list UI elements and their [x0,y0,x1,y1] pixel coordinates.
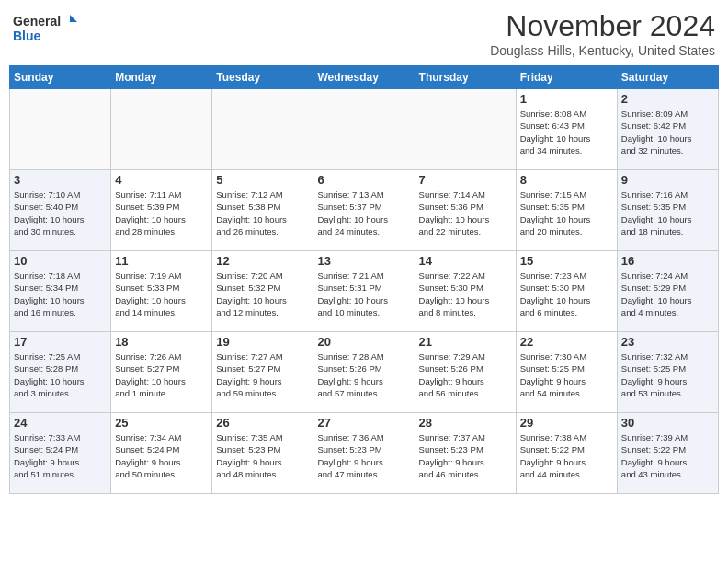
calendar-cell: 12Sunrise: 7:20 AM Sunset: 5:32 PM Dayli… [212,251,313,332]
calendar-cell: 6Sunrise: 7:13 AM Sunset: 5:37 PM Daylig… [313,170,415,251]
col-header-friday: Friday [516,66,617,89]
day-info: Sunrise: 7:20 AM Sunset: 5:32 PM Dayligh… [216,270,309,318]
calendar-cell [212,89,313,170]
calendar-cell: 17Sunrise: 7:25 AM Sunset: 5:28 PM Dayli… [10,332,111,413]
calendar-cell: 4Sunrise: 7:11 AM Sunset: 5:39 PM Daylig… [111,170,212,251]
calendar-table: SundayMondayTuesdayWednesdayThursdayFrid… [9,65,719,494]
day-info: Sunrise: 7:39 AM Sunset: 5:22 PM Dayligh… [621,431,714,480]
col-header-wednesday: Wednesday [313,66,415,89]
calendar-week-4: 17Sunrise: 7:25 AM Sunset: 5:28 PM Dayli… [10,332,719,413]
calendar-week-3: 10Sunrise: 7:18 AM Sunset: 5:34 PM Dayli… [10,251,719,332]
day-number: 24 [14,416,107,430]
day-number: 26 [216,416,309,430]
col-header-saturday: Saturday [617,66,718,89]
calendar-cell: 15Sunrise: 7:23 AM Sunset: 5:30 PM Dayli… [516,251,617,332]
day-info: Sunrise: 7:18 AM Sunset: 5:34 PM Dayligh… [14,270,107,318]
calendar-cell: 1Sunrise: 8:08 AM Sunset: 6:43 PM Daylig… [516,89,617,170]
day-info: Sunrise: 7:34 AM Sunset: 5:24 PM Dayligh… [115,431,208,480]
calendar-cell: 24Sunrise: 7:33 AM Sunset: 5:24 PM Dayli… [10,413,111,494]
day-info: Sunrise: 7:30 AM Sunset: 5:25 PM Dayligh… [520,350,613,399]
day-number: 21 [419,335,512,349]
day-number: 2 [621,92,714,106]
calendar-cell: 23Sunrise: 7:32 AM Sunset: 5:25 PM Dayli… [617,332,718,413]
title-block: November 2024 Douglass Hills, Kentucky, … [490,9,715,58]
calendar-cell: 11Sunrise: 7:19 AM Sunset: 5:33 PM Dayli… [111,251,212,332]
col-header-tuesday: Tuesday [212,66,313,89]
calendar-cell: 7Sunrise: 7:14 AM Sunset: 5:36 PM Daylig… [415,170,516,251]
day-number: 10 [14,254,107,268]
day-info: Sunrise: 7:35 AM Sunset: 5:23 PM Dayligh… [216,431,309,480]
calendar-cell: 9Sunrise: 7:16 AM Sunset: 5:35 PM Daylig… [617,170,718,251]
day-number: 18 [115,335,208,349]
day-info: Sunrise: 8:09 AM Sunset: 6:42 PM Dayligh… [621,108,714,156]
calendar-cell: 10Sunrise: 7:18 AM Sunset: 5:34 PM Dayli… [10,251,111,332]
calendar-cell: 5Sunrise: 7:12 AM Sunset: 5:38 PM Daylig… [212,170,313,251]
day-number: 22 [520,335,613,349]
calendar-cell: 18Sunrise: 7:26 AM Sunset: 5:27 PM Dayli… [111,332,212,413]
logo-svg: General Blue [13,9,77,46]
day-number: 8 [520,173,613,187]
calendar-cell: 28Sunrise: 7:37 AM Sunset: 5:23 PM Dayli… [415,413,516,494]
day-info: Sunrise: 7:22 AM Sunset: 5:30 PM Dayligh… [419,270,512,318]
calendar-cell: 14Sunrise: 7:22 AM Sunset: 5:30 PM Dayli… [415,251,516,332]
day-info: Sunrise: 7:12 AM Sunset: 5:38 PM Dayligh… [216,189,309,237]
day-info: Sunrise: 7:29 AM Sunset: 5:26 PM Dayligh… [419,350,512,399]
month-title: November 2024 [490,9,715,43]
day-number: 23 [621,335,714,349]
day-number: 9 [621,173,714,187]
calendar-cell: 2Sunrise: 8:09 AM Sunset: 6:42 PM Daylig… [617,89,718,170]
calendar-cell [10,89,111,170]
calendar-cell: 26Sunrise: 7:35 AM Sunset: 5:23 PM Dayli… [212,413,313,494]
calendar-cell [313,89,415,170]
day-info: Sunrise: 7:10 AM Sunset: 5:40 PM Dayligh… [14,189,107,237]
calendar-cell: 19Sunrise: 7:27 AM Sunset: 5:27 PM Dayli… [212,332,313,413]
calendar-cell: 27Sunrise: 7:36 AM Sunset: 5:23 PM Dayli… [313,413,415,494]
col-header-monday: Monday [111,66,212,89]
day-number: 20 [317,335,410,349]
day-info: Sunrise: 7:26 AM Sunset: 5:27 PM Dayligh… [115,350,208,399]
calendar-week-2: 3Sunrise: 7:10 AM Sunset: 5:40 PM Daylig… [10,170,719,251]
calendar-header-row: SundayMondayTuesdayWednesdayThursdayFrid… [10,66,719,89]
day-info: Sunrise: 7:38 AM Sunset: 5:22 PM Dayligh… [520,431,613,480]
col-header-thursday: Thursday [415,66,516,89]
day-info: Sunrise: 7:28 AM Sunset: 5:26 PM Dayligh… [317,350,410,399]
day-info: Sunrise: 7:32 AM Sunset: 5:25 PM Dayligh… [621,350,714,399]
day-info: Sunrise: 7:36 AM Sunset: 5:23 PM Dayligh… [317,431,410,480]
calendar-cell: 16Sunrise: 7:24 AM Sunset: 5:29 PM Dayli… [617,251,718,332]
page-header: General Blue November 2024 Douglass Hill… [9,9,719,58]
day-info: Sunrise: 7:21 AM Sunset: 5:31 PM Dayligh… [317,270,410,318]
day-info: Sunrise: 7:23 AM Sunset: 5:30 PM Dayligh… [520,270,613,318]
day-info: Sunrise: 7:15 AM Sunset: 5:35 PM Dayligh… [520,189,613,237]
day-info: Sunrise: 7:11 AM Sunset: 5:39 PM Dayligh… [115,189,208,237]
day-number: 7 [419,173,512,187]
day-info: Sunrise: 7:13 AM Sunset: 5:37 PM Dayligh… [317,189,410,237]
day-number: 4 [115,173,208,187]
day-number: 14 [419,254,512,268]
calendar-cell: 13Sunrise: 7:21 AM Sunset: 5:31 PM Dayli… [313,251,415,332]
calendar-cell: 22Sunrise: 7:30 AM Sunset: 5:25 PM Dayli… [516,332,617,413]
day-number: 5 [216,173,309,187]
day-info: Sunrise: 7:14 AM Sunset: 5:36 PM Dayligh… [419,189,512,237]
day-number: 29 [520,416,613,430]
logo: General Blue [13,9,77,46]
day-number: 15 [520,254,613,268]
day-number: 19 [216,335,309,349]
day-number: 11 [115,254,208,268]
day-number: 12 [216,254,309,268]
calendar-cell: 30Sunrise: 7:39 AM Sunset: 5:22 PM Dayli… [617,413,718,494]
calendar-week-1: 1Sunrise: 8:08 AM Sunset: 6:43 PM Daylig… [10,89,719,170]
day-number: 1 [520,92,613,106]
day-info: Sunrise: 7:16 AM Sunset: 5:35 PM Dayligh… [621,189,714,237]
day-number: 27 [317,416,410,430]
day-info: Sunrise: 7:27 AM Sunset: 5:27 PM Dayligh… [216,350,309,399]
day-number: 16 [621,254,714,268]
svg-text:General: General [13,14,61,29]
day-number: 3 [14,173,107,187]
day-number: 6 [317,173,410,187]
svg-marker-2 [70,15,77,22]
day-number: 17 [14,335,107,349]
day-info: Sunrise: 7:37 AM Sunset: 5:23 PM Dayligh… [419,431,512,480]
day-number: 30 [621,416,714,430]
calendar-cell [415,89,516,170]
day-info: Sunrise: 8:08 AM Sunset: 6:43 PM Dayligh… [520,108,613,156]
